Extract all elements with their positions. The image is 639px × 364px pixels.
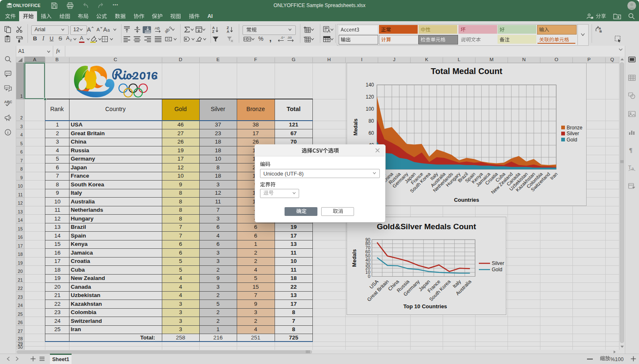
svg-text:a: a bbox=[632, 166, 634, 171]
svg-text:Medals: Medals bbox=[353, 119, 359, 136]
svg-text:A: A bbox=[227, 29, 229, 33]
svg-text:A: A bbox=[97, 27, 100, 32]
svg-text:Total Medal Count: Total Medal Count bbox=[431, 67, 503, 76]
svg-text:Bronze: Bronze bbox=[567, 125, 582, 131]
svg-text:AB: AB bbox=[155, 26, 160, 30]
svg-text:Gold&Silver Medals Count: Gold&Silver Medals Count bbox=[377, 222, 476, 231]
svg-text:Gold: Gold bbox=[492, 267, 502, 272]
svg-text:A: A bbox=[103, 26, 107, 33]
svg-text:Silver: Silver bbox=[567, 131, 579, 136]
svg-text:Medals: Medals bbox=[352, 249, 357, 267]
svg-text:Gold: Gold bbox=[567, 137, 577, 143]
svg-text:Countries: Countries bbox=[454, 197, 479, 203]
svg-text:a: a bbox=[107, 27, 110, 32]
svg-text:Top 10 Countries: Top 10 Countries bbox=[403, 303, 447, 310]
svg-text:60: 60 bbox=[369, 130, 374, 136]
svg-text:¶: ¶ bbox=[629, 147, 632, 154]
svg-text:90: 90 bbox=[365, 237, 370, 242]
svg-text:.0: .0 bbox=[280, 36, 283, 40]
svg-text:100: 100 bbox=[366, 106, 374, 112]
svg-text:B: B bbox=[599, 30, 602, 33]
svg-text:Silver: Silver bbox=[492, 260, 504, 266]
svg-text:ABC: ABC bbox=[4, 100, 12, 104]
svg-text:A: A bbox=[87, 26, 91, 33]
svg-text:80: 80 bbox=[369, 118, 374, 124]
svg-text:140: 140 bbox=[366, 82, 374, 88]
svg-text:Z: Z bbox=[212, 29, 214, 33]
svg-text:.00: .00 bbox=[287, 36, 292, 40]
svg-text:120: 120 bbox=[366, 94, 374, 100]
